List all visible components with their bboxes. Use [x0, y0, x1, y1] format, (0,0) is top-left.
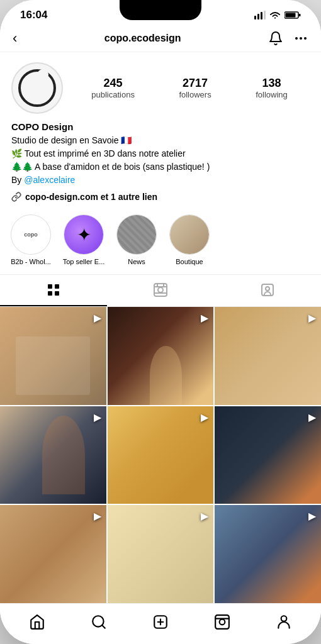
grid-item-9[interactable]: ▶	[215, 505, 321, 603]
stat-following[interactable]: 138 following	[256, 77, 288, 99]
avatar[interactable]	[11, 62, 63, 114]
nav-home[interactable]	[24, 611, 50, 633]
grid-img-5	[108, 406, 214, 504]
stat-followers[interactable]: 2717 followers	[179, 77, 211, 99]
grid-img-8	[108, 505, 214, 603]
svg-point-8	[300, 37, 302, 40]
phone-frame: 16:04 ‹ copo.ecodes	[0, 0, 321, 644]
bottom-nav	[0, 603, 321, 644]
tab-grid[interactable]	[0, 275, 107, 306]
svg-rect-5	[286, 13, 296, 18]
profile-link[interactable]: copo-design.com et 1 autre lien	[11, 192, 310, 202]
profile-username: copo.ecodesign	[104, 33, 181, 44]
grid-item-4[interactable]: ▶	[0, 406, 106, 504]
nav-add[interactable]	[147, 611, 174, 633]
back-button[interactable]: ‹	[13, 30, 17, 47]
svg-rect-14	[154, 284, 167, 296]
profile-icon	[276, 614, 292, 630]
following-count: 138	[262, 77, 281, 90]
following-label: following	[256, 90, 288, 99]
grid-item-5[interactable]: ▶	[108, 406, 214, 504]
highlight-boutique[interactable]: Boutique	[167, 214, 211, 265]
highlights-row: copo B2b - Whol... ✦ Top seller E... New…	[9, 214, 312, 265]
video-badge-4: ▶	[94, 411, 101, 423]
header-nav: ‹ copo.ecodesign	[0, 25, 321, 52]
nav-profile[interactable]	[271, 611, 297, 633]
bell-icon[interactable]	[268, 31, 283, 46]
tab-reels[interactable]	[107, 275, 214, 306]
grid-item-2[interactable]: ▶	[108, 307, 214, 405]
followers-label: followers	[179, 90, 211, 99]
highlight-img-news	[117, 215, 156, 254]
highlight-img-boutique	[170, 215, 209, 254]
grid-img-4	[0, 406, 106, 504]
svg-rect-12	[48, 291, 52, 296]
highlight-b2b[interactable]: copo B2b - Whol...	[9, 214, 53, 265]
reels-icon	[153, 282, 168, 297]
svg-point-30	[281, 616, 287, 621]
video-badge-1: ▶	[94, 312, 101, 324]
stats-row: 245 publications 2717 followers 138 foll…	[69, 77, 310, 99]
svg-rect-10	[48, 284, 52, 289]
stat-publications[interactable]: 245 publications	[91, 77, 135, 99]
video-badge-8: ▶	[201, 510, 208, 522]
highlight-img-b2b: copo	[11, 215, 50, 254]
nav-search[interactable]	[86, 611, 112, 633]
nav-reels[interactable]	[209, 611, 235, 633]
followers-count: 2717	[183, 77, 208, 90]
svg-rect-13	[55, 291, 59, 296]
highlight-news[interactable]: News	[115, 214, 159, 265]
video-badge-9: ▶	[308, 510, 316, 522]
highlight-img-topseller: ✦	[64, 215, 103, 254]
svg-rect-1	[257, 14, 259, 19]
grid-icon	[46, 282, 61, 297]
publications-count: 245	[104, 77, 123, 90]
highlight-topseller[interactable]: ✦ Top seller E...	[62, 214, 106, 265]
highlight-circle-b2b: copo	[11, 214, 51, 255]
highlight-circle-topseller: ✦	[64, 214, 104, 255]
video-badge-7: ▶	[94, 510, 101, 522]
svg-point-15	[158, 287, 163, 292]
signal-icon	[254, 11, 266, 19]
wifi-icon	[269, 11, 281, 19]
grid-item-1[interactable]: ▶	[0, 307, 106, 405]
svg-point-7	[295, 37, 298, 40]
video-badge-6: ▶	[308, 411, 316, 423]
highlight-label-b2b: B2b - Whol...	[11, 258, 51, 265]
phone-notch	[120, 0, 201, 20]
grid-item-6[interactable]: ▶	[215, 406, 321, 504]
battery-icon	[284, 11, 301, 19]
grid-img-9	[215, 505, 321, 603]
grid-img-7	[0, 505, 106, 603]
video-badge-2: ▶	[201, 312, 208, 324]
grid-img-6	[215, 406, 321, 504]
home-icon	[29, 614, 45, 630]
avatar-circle	[18, 69, 56, 107]
highlight-label-boutique: Boutique	[176, 258, 203, 265]
more-icon[interactable]	[293, 31, 308, 46]
profile-mention[interactable]: @alexcelaire	[24, 175, 75, 185]
photo-grid: ▶ ▶ ▶ ▶ ▶ ▶ ▶ ▶	[0, 307, 321, 603]
svg-rect-27	[215, 615, 229, 629]
svg-point-28	[220, 619, 225, 625]
grid-item-3[interactable]: ▶	[215, 307, 321, 405]
status-icons	[254, 11, 301, 19]
svg-point-9	[304, 37, 307, 40]
tagged-icon	[260, 282, 275, 297]
grid-item-8[interactable]: ▶	[108, 505, 214, 603]
grid-img-3	[215, 307, 321, 405]
tab-tagged[interactable]	[214, 275, 321, 306]
header-action-icons	[268, 31, 308, 46]
svg-rect-3	[264, 11, 266, 19]
link-text: copo-design.com et 1 autre lien	[25, 192, 157, 202]
profile-bio: Studio de design en Savoie 🇫🇷 🌿 Tout est…	[11, 134, 310, 187]
grid-item-7[interactable]: ▶	[0, 505, 106, 603]
profile-info: COPO Design Studio de design en Savoie 🇫…	[11, 121, 310, 187]
svg-line-23	[102, 625, 105, 628]
svg-rect-0	[254, 16, 256, 19]
grid-img-2	[108, 307, 214, 405]
svg-point-21	[266, 287, 269, 291]
publications-label: publications	[91, 90, 135, 99]
reels-nav-icon	[214, 614, 230, 630]
profile-top: 245 publications 2717 followers 138 foll…	[11, 62, 310, 114]
